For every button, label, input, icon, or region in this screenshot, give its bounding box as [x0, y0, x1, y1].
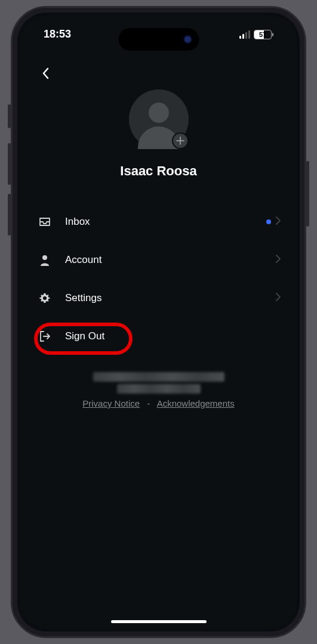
menu-label: Sign Out: [65, 330, 281, 342]
signout-icon: [36, 330, 53, 342]
acknowledgements-link[interactable]: Acknowledgements: [157, 398, 235, 408]
menu-item-signout[interactable]: Sign Out: [36, 317, 281, 355]
account-icon: [36, 254, 53, 266]
screen: 18:53 57: [20, 15, 297, 629]
svg-point-1: [43, 296, 47, 300]
chevron-right-icon: [276, 216, 281, 227]
menu-list: Inbox Account: [36, 203, 281, 355]
inbox-icon: [36, 217, 53, 227]
svg-point-0: [42, 255, 47, 260]
menu-item-account[interactable]: Account: [36, 241, 281, 279]
gear-icon: [36, 292, 53, 304]
plus-icon: [176, 137, 184, 145]
redacted-text: [93, 372, 224, 382]
redacted-text: [117, 384, 201, 394]
footer: Privacy Notice - Acknowledgements: [36, 372, 281, 408]
status-time: 18:53: [44, 28, 71, 41]
back-button[interactable]: [36, 64, 54, 82]
signal-icon: [239, 30, 250, 39]
profile-header: Isaac Roosa: [36, 89, 281, 179]
chevron-left-icon: [42, 67, 49, 79]
chevron-right-icon: [276, 293, 281, 304]
phone-frame: 18:53 57: [11, 6, 306, 638]
battery-icon: 57: [254, 30, 273, 39]
menu-item-inbox[interactable]: Inbox: [36, 203, 281, 241]
privacy-link[interactable]: Privacy Notice: [82, 398, 140, 408]
separator: -: [147, 398, 150, 408]
unread-dot-icon: [266, 219, 271, 224]
menu-label: Inbox: [65, 216, 266, 228]
content-area: Isaac Roosa Inbox: [20, 54, 297, 629]
menu-label: Account: [65, 254, 276, 266]
menu-item-settings[interactable]: Settings: [36, 279, 281, 317]
battery-level: 57: [254, 30, 271, 39]
profile-name: Isaac Roosa: [120, 163, 196, 179]
menu-label: Settings: [65, 292, 276, 304]
dynamic-island: [118, 28, 199, 51]
power-button: [306, 161, 309, 227]
add-photo-button[interactable]: [172, 132, 189, 149]
avatar[interactable]: [129, 89, 189, 149]
home-indicator[interactable]: [111, 620, 207, 623]
chevron-right-icon: [276, 255, 281, 265]
